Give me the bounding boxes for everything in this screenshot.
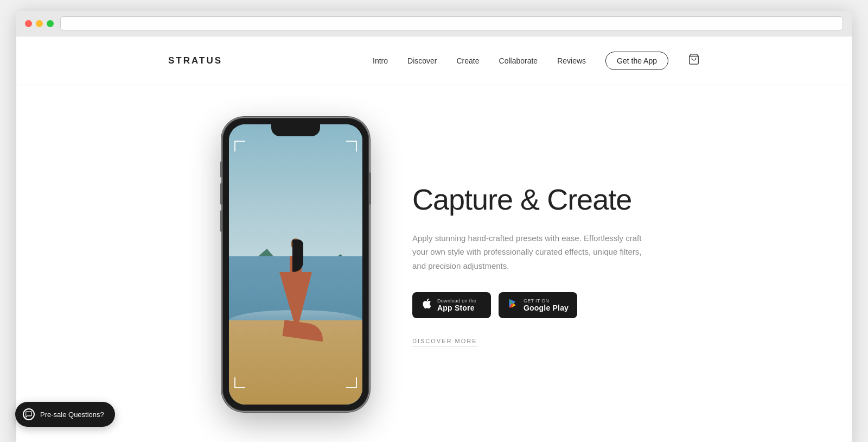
apple-icon <box>421 298 433 313</box>
nav-links: Intro Discover Create Collaborate Review… <box>373 52 700 70</box>
hair <box>292 239 303 272</box>
bracket-bottom-right <box>346 377 357 388</box>
phone-mockup-container <box>222 118 369 411</box>
browser-chrome <box>16 11 852 36</box>
get-app-button[interactable]: Get the App <box>605 52 668 70</box>
app-store-main: App Store <box>437 304 476 312</box>
navigation: STRATUS Intro Discover Create Collaborat… <box>16 36 852 85</box>
browser-window: STRATUS Intro Discover Create Collaborat… <box>16 11 852 442</box>
bracket-bottom-left <box>234 377 245 388</box>
volume-up-button <box>220 183 222 205</box>
google-play-icon <box>507 298 519 313</box>
bag-icon[interactable] <box>688 53 700 68</box>
woman-body <box>279 256 312 332</box>
volume-down-button <box>220 210 222 232</box>
maximize-button[interactable] <box>47 20 54 27</box>
app-store-text: Download on the App Store <box>437 298 476 312</box>
app-store-sub: Download on the <box>437 298 476 304</box>
site-logo[interactable]: STRATUS <box>168 55 222 66</box>
bracket-top-left <box>234 141 245 151</box>
beach-scene <box>229 124 362 405</box>
woman-figure <box>279 256 312 332</box>
app-store-button[interactable]: Download on the App Store <box>412 292 491 318</box>
google-play-text: GET IT ON Google Play <box>524 298 569 312</box>
nav-item-collaborate[interactable]: Collaborate <box>499 56 538 65</box>
close-button[interactable] <box>25 20 32 27</box>
nav-item-reviews[interactable]: Reviews <box>557 56 586 65</box>
traffic-lights <box>25 20 54 27</box>
google-play-sub: GET IT ON <box>524 298 569 304</box>
phone-mockup <box>222 118 369 411</box>
mute-button <box>220 161 222 178</box>
nav-item-intro[interactable]: Intro <box>373 56 388 65</box>
address-bar[interactable] <box>60 16 843 30</box>
hero-content: Capture & Create Apply stunning hand-cra… <box>412 182 646 347</box>
chat-widget[interactable]: Pre-sale Questions? <box>15 402 115 427</box>
google-play-button[interactable]: GET IT ON Google Play <box>499 292 577 318</box>
google-play-main: Google Play <box>524 304 569 312</box>
hero-section: Capture & Create Apply stunning hand-cra… <box>16 85 852 442</box>
chat-label: Pre-sale Questions? <box>40 411 104 419</box>
hero-title: Capture & Create <box>412 182 646 216</box>
nav-item-discover[interactable]: Discover <box>407 56 437 65</box>
hero-description: Apply stunning hand-crafted presets with… <box>412 231 646 273</box>
app-store-buttons: Download on the App Store <box>412 292 646 318</box>
chat-bubble-icon <box>23 408 35 420</box>
minimize-button[interactable] <box>36 20 43 27</box>
bracket-top-right <box>346 141 357 151</box>
nav-item-create[interactable]: Create <box>457 56 480 65</box>
phone-notch <box>271 124 320 136</box>
power-button <box>369 172 371 205</box>
page-content: STRATUS Intro Discover Create Collaborat… <box>16 36 852 442</box>
phone-screen <box>229 124 362 405</box>
discover-more-link[interactable]: DISCOVER MORE <box>412 338 477 346</box>
